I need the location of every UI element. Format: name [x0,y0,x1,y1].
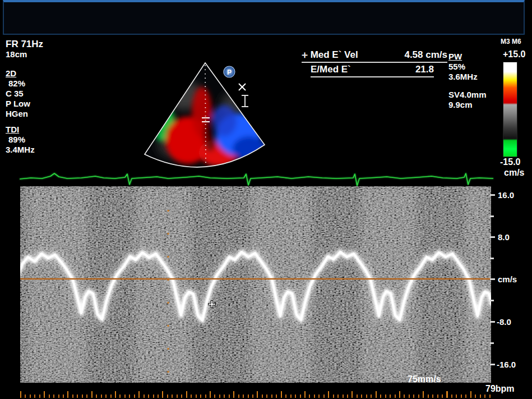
measurement-1-value: 4.58 cm/s [404,49,447,61]
mode-2d-harmonics: HGen [6,109,43,119]
axis-label-neg16: -16.0 [497,360,516,369]
axis-tick [490,194,495,196]
tdi-frequency: 3.4MHz [6,145,43,155]
mode-2d-power: P Low [6,99,43,109]
caliper-icon: ✛ [302,51,308,59]
transducer-modes-label: M3 M6 [501,38,521,45]
pw-sample-volume: SV4.0mm [448,90,487,100]
pw-sv-depth: 9.9cm [448,100,487,110]
ecg-waveform-path [20,173,493,186]
axis-tick [490,342,494,344]
axis-tick [490,364,495,365]
axis-tick [490,300,494,301]
sector-image[interactable]: P [135,56,275,174]
axis-tick [490,321,495,323]
color-scale-units: cm/s [504,168,524,178]
time-ruler [20,391,494,398]
measurement-1-label: Med E` Vel [311,49,358,60]
axis-tick [490,215,494,217]
frame-rate-label: FR 71Hz [6,39,43,49]
pw-frequency: 3.6MHz [448,72,487,82]
pw-gain: 55% [448,62,487,72]
pw-parameter-panel: PW 55% 3.6MHz SV4.0mm 9.9cm [448,52,487,110]
probe-orientation-marker: P [224,66,235,77]
axis-tick [490,236,495,238]
measurement-results: ✛ Med E` Vel 4.58 cm/s E/Med E` 21.8 [302,49,447,77]
axis-label-16: 16.0 [498,190,514,200]
time-ruler-major-ticks [20,391,494,398]
patient-info-bar [3,0,525,35]
tdi-label: TDI [6,125,43,135]
axis-tick [490,258,494,259]
tdi-gain: 89% [8,135,43,145]
axis-label-8: 8.0 [498,232,510,242]
ultrasound-screen: FR 71Hz 18cm 2D 82% C 35 P Low HGen TDI … [0,0,532,399]
measurement-row-1: ✛ Med E` Vel 4.58 cm/s [302,49,447,63]
color-scale-max: +15.0 [503,49,525,59]
ecg-trace [20,167,493,189]
axis-tick [490,278,495,280]
axis-label-neg8: -8.0 [497,317,511,327]
mode-2d-gain: 82% [8,79,43,89]
measurement-row-2: E/Med E` 21.8 [311,64,434,77]
depth-label: 18cm [6,49,43,59]
axis-label-units: cm/s [498,274,517,284]
pw-label: PW [448,52,487,62]
mode-2d-label: 2D [6,68,43,79]
mode-2d-compression: C 35 [6,89,43,99]
x-caliper-icon [239,84,246,90]
color-scale-min: -15.0 [500,157,520,167]
color-scale-bar [503,62,517,157]
measurement-2-label: E/Med E` [311,64,351,75]
measurement-2-value: 21.8 [415,64,434,75]
left-parameter-panel: FR 71Hz 18cm 2D 82% C 35 P Low HGen TDI … [6,39,43,155]
sweep-speed-label: 75mm/s [408,374,441,384]
sector-tissue-and-flow [135,56,275,174]
i-beam-cursor-icon [242,95,248,107]
probe-marker-letter: P [227,68,232,76]
spectral-doppler-display[interactable] [20,186,491,383]
